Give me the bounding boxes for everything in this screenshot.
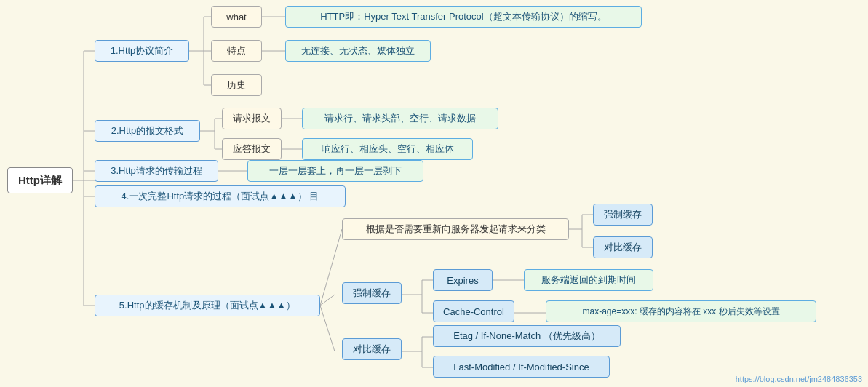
svg-line-22 <box>320 229 342 306</box>
response-msg-label: 应答报文 <box>233 143 271 156</box>
cache-classify-label: 根据是否需要重新向服务器发起请求来分类 <box>366 223 546 236</box>
node-last-modified: Last-Modified / If-Modified-Since <box>433 356 610 378</box>
history-label: 历史 <box>227 79 246 92</box>
node-etag: Etag / If-None-Match （优先级高） <box>433 325 621 347</box>
node-special: 特点 <box>211 40 262 62</box>
special-label: 特点 <box>227 44 246 57</box>
n4-label: 4.一次完整Http请求的过程（面试点▲▲▲） 目 <box>122 190 319 203</box>
node-compare-cache-right: 对比缓存 <box>593 236 653 258</box>
compare-cache-left-label: 对比缓存 <box>353 343 391 356</box>
node-compare-cache-left: 对比缓存 <box>342 338 402 360</box>
node-response-msg: 应答报文 <box>222 138 282 160</box>
compare-cache-right-label: 对比缓存 <box>604 241 642 254</box>
node-what: what <box>211 6 262 28</box>
node-request-msg: 请求报文 <box>222 108 282 129</box>
n3-label: 3.Http请求的传输过程 <box>111 164 202 177</box>
node-n2: 2.Http的报文格式 <box>95 120 200 142</box>
node-n4: 4.一次完整Http请求的过程（面试点▲▲▲） 目 <box>95 185 346 207</box>
node-force-cache-right: 强制缓存 <box>593 204 653 226</box>
node-history: 历史 <box>211 74 262 96</box>
node-cache-control: Cache-Control <box>433 300 514 322</box>
node-n5: 5.Http的缓存机制及原理（面试点▲▲▲） <box>95 295 320 316</box>
node-n3: 3.Http请求的传输过程 <box>95 160 218 182</box>
node-cache-control-desc: max-age=xxx: 缓存的内容将在 xxx 秒后失效等设置 <box>546 300 816 322</box>
root-label: Http详解 <box>18 174 62 188</box>
node-request-desc: 请求行、请求头部、空行、请求数据 <box>302 108 498 129</box>
watermark-link[interactable]: https://blog.csdn.net/jm2484836353 <box>736 375 862 383</box>
node-n1: 1.Http协议简介 <box>95 40 189 62</box>
expires-desc-label: 服务端返回的到期时间 <box>541 274 636 287</box>
svg-line-24 <box>320 306 335 351</box>
last-modified-label: Last-Modified / If-Modified-Since <box>453 362 589 372</box>
force-cache-right-label: 强制缓存 <box>604 208 642 221</box>
node-cache-classify: 根据是否需要重新向服务器发起请求来分类 <box>342 218 569 240</box>
cache-control-desc-label: max-age=xxx: 缓存的内容将在 xxx 秒后失效等设置 <box>582 306 779 318</box>
node-force-cache-left: 强制缓存 <box>342 282 402 304</box>
node-what-desc: HTTP即：Hyper Text Transfer Protocol（超文本传输… <box>285 6 642 28</box>
svg-line-23 <box>320 295 335 306</box>
node-expires: Expires <box>433 269 493 291</box>
n1-label: 1.Http协议简介 <box>111 44 174 57</box>
etag-label: Etag / If-None-Match （优先级高） <box>453 330 600 343</box>
special-desc-label: 无连接、无状态、媒体独立 <box>301 44 415 57</box>
expires-label: Expires <box>447 275 478 286</box>
what-label: what <box>226 12 246 23</box>
what-desc-label: HTTP即：Hyper Text Transfer Protocol（超文本传输… <box>320 10 606 23</box>
node-transport: 一层一层套上，再一层一层剥下 <box>247 160 423 182</box>
node-response-desc: 响应行、相应头、空行、相应体 <box>302 138 473 160</box>
node-special-desc: 无连接、无状态、媒体独立 <box>285 40 431 62</box>
node-expires-desc: 服务端返回的到期时间 <box>524 269 653 291</box>
force-cache-left-label: 强制缓存 <box>353 287 391 300</box>
request-desc-label: 请求行、请求头部、空行、请求数据 <box>324 112 476 125</box>
diagram: Http详解 1.Http协议简介 2.Http的报文格式 3.Http请求的传… <box>0 0 868 387</box>
n5-label: 5.Http的缓存机制及原理（面试点▲▲▲） <box>119 299 295 312</box>
transport-label: 一层一层套上，再一层一层剥下 <box>269 164 402 177</box>
root-node: Http详解 <box>7 167 73 193</box>
request-msg-label: 请求报文 <box>233 112 271 125</box>
response-desc-label: 响应行、相应头、空行、相应体 <box>322 143 454 156</box>
n2-label: 2.Http的报文格式 <box>111 124 184 137</box>
cache-control-label: Cache-Control <box>443 306 504 317</box>
